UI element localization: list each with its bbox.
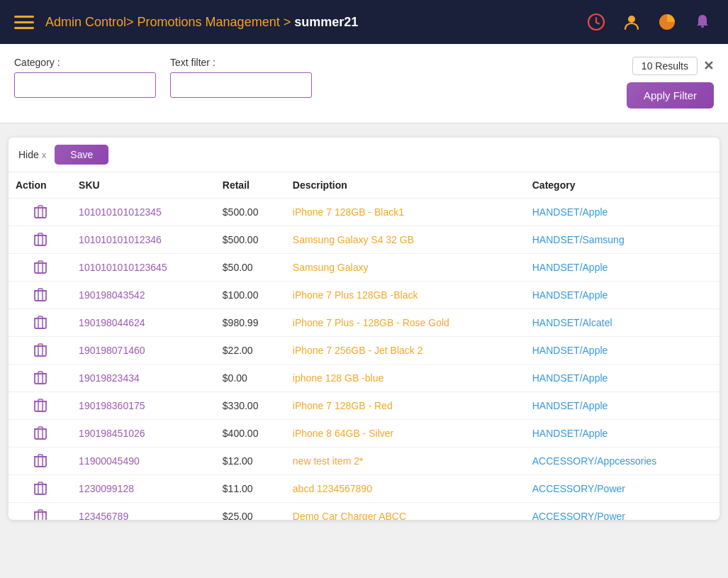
category-link[interactable]: HANDSET/Alcatel <box>532 317 612 328</box>
clock-icon[interactable] <box>585 11 607 33</box>
category-label: Category : <box>14 57 156 68</box>
category-link[interactable]: ACCESSORY/Power <box>532 483 625 494</box>
description-link[interactable]: new test item 2* <box>293 455 364 467</box>
sku-link[interactable]: 190198071460 <box>79 345 145 356</box>
category-cell: ACCESSORY/Power <box>525 475 719 503</box>
category-link[interactable]: ACCESSORY/Appcessories <box>532 455 657 467</box>
category-cell: HANDSET/Apple <box>525 282 719 309</box>
delete-icon[interactable] <box>16 343 65 357</box>
products-table: Action SKU Retail Description Category 1… <box>9 172 719 520</box>
text-filter-input[interactable] <box>170 72 312 98</box>
delete-icon[interactable] <box>16 399 65 413</box>
svg-point-3 <box>628 16 635 23</box>
breadcrumb: Admin Control> Promotions Management > s… <box>45 15 358 30</box>
description-link[interactable]: Samsung Galaxy S4 32 GB <box>293 234 414 245</box>
delete-icon[interactable] <box>16 260 65 274</box>
sku-cell: 1230099128 <box>72 475 215 503</box>
description-cell: iphone 128 GB -blue <box>286 365 525 392</box>
category-link[interactable]: HANDSET/Apple <box>532 262 608 273</box>
retail-cell: $500.00 <box>215 226 286 254</box>
category-link[interactable]: HANDSET/Apple <box>532 400 608 411</box>
description-link[interactable]: iPhone 8 64GB - Silver <box>293 428 393 439</box>
delete-icon[interactable] <box>16 316 65 330</box>
category-link[interactable]: HANDSET/Apple <box>532 372 608 384</box>
svg-rect-37 <box>35 429 46 439</box>
svg-rect-4 <box>701 26 704 28</box>
text-filter-label: Text filter : <box>170 57 312 68</box>
category-input[interactable] <box>14 72 156 98</box>
retail-cell: $400.00 <box>215 420 286 448</box>
delete-icon[interactable] <box>16 205 65 219</box>
description-cell: iPhone 7 Plus - 128GB - Rose Gold <box>286 309 525 337</box>
action-cell <box>9 282 72 309</box>
category-link[interactable]: HANDSET/Apple <box>532 206 608 218</box>
table-header-row: Action SKU Retail Description Category <box>9 172 719 199</box>
table-row: 1010101010123645$50.00Samsung GalaxyHAND… <box>9 254 719 282</box>
sku-link[interactable]: 190198360175 <box>79 400 145 411</box>
filter-close-button[interactable]: ✕ <box>703 60 714 72</box>
col-action: Action <box>9 172 72 199</box>
category-cell: HANDSET/Apple <box>525 365 719 392</box>
category-link[interactable]: ACCESSORY/Power <box>532 511 625 520</box>
sku-link[interactable]: 190198451026 <box>79 428 145 439</box>
description-link[interactable]: iPhone 7 128GB - Red <box>293 400 393 411</box>
delete-icon[interactable] <box>16 371 65 385</box>
delete-icon[interactable] <box>16 482 65 496</box>
sku-link[interactable]: 190198043542 <box>79 289 145 301</box>
delete-icon[interactable] <box>16 426 65 440</box>
table-row: 190198071460$22.00iPhone 7 256GB - Jet B… <box>9 337 719 365</box>
sku-link[interactable]: 1010101010123645 <box>79 262 167 273</box>
bell-icon[interactable] <box>691 11 714 33</box>
description-cell: iPhone 7 Plus 128GB -Black <box>286 282 525 309</box>
apply-filter-button[interactable]: Apply Filter <box>627 82 714 109</box>
table-row: 101010101012345$500.00iPhone 7 128GB - B… <box>9 199 719 226</box>
sku-cell: 101010101012346 <box>72 226 215 254</box>
sku-link[interactable]: 101010101012346 <box>79 234 162 245</box>
description-link[interactable]: Samsung Galaxy <box>293 262 369 273</box>
filter-row: Category : Text filter : 10 Results ✕ Ap… <box>14 57 714 109</box>
text-filter-field: Text filter : <box>170 57 312 98</box>
delete-icon[interactable] <box>16 454 65 468</box>
table-row: 190198451026$400.00iPhone 8 64GB - Silve… <box>9 420 719 448</box>
category-link[interactable]: HANDSET/Apple <box>532 428 608 439</box>
table-wrapper[interactable]: Action SKU Retail Description Category 1… <box>9 172 719 520</box>
pie-chart-icon[interactable] <box>656 11 678 33</box>
save-button[interactable]: Save <box>55 145 108 165</box>
action-cell <box>9 337 72 365</box>
description-link[interactable]: iPhone 7 128GB - Black1 <box>293 206 404 218</box>
hide-label: Hide <box>18 149 39 160</box>
sku-link[interactable]: 19019823434 <box>79 372 140 384</box>
category-filter-field: Category : <box>14 57 156 98</box>
description-link[interactable]: abcd 1234567890 <box>293 483 372 494</box>
description-cell: iPhone 7 128GB - Red <box>286 392 525 420</box>
table-row: 11900045490$12.00new test item 2*ACCESSO… <box>9 448 719 475</box>
sku-link[interactable]: 190198044624 <box>79 317 145 328</box>
breadcrumb-bold: summer21 <box>294 15 358 29</box>
hamburger-menu[interactable] <box>14 16 34 29</box>
filter-right: 10 Results ✕ Apply Filter <box>627 57 714 109</box>
sku-link[interactable]: 123456789 <box>79 511 128 520</box>
retail-cell: $330.00 <box>215 392 286 420</box>
category-link[interactable]: HANDSET/Apple <box>532 345 608 356</box>
sku-link[interactable]: 1230099128 <box>79 483 134 494</box>
delete-icon[interactable] <box>16 233 65 247</box>
hide-button[interactable]: Hide x <box>18 149 46 160</box>
sku-link[interactable]: 11900045490 <box>79 455 140 467</box>
category-cell: HANDSET/Apple <box>525 199 719 226</box>
user-icon[interactable] <box>620 11 643 33</box>
delete-icon[interactable] <box>16 509 65 520</box>
category-link[interactable]: HANDSET/Samsung <box>532 234 625 245</box>
delete-icon[interactable] <box>16 288 65 302</box>
svg-rect-33 <box>35 401 46 411</box>
description-link[interactable]: Demo Car Charger ABCC <box>293 511 406 520</box>
sku-link[interactable]: 101010101012345 <box>79 206 162 218</box>
category-cell: HANDSET/Apple <box>525 420 719 448</box>
description-link[interactable]: iPhone 7 256GB - Jet Black 2 <box>293 345 423 356</box>
category-link[interactable]: HANDSET/Apple <box>532 289 608 301</box>
action-cell <box>9 309 72 337</box>
description-link[interactable]: iphone 128 GB -blue <box>293 372 383 384</box>
description-link[interactable]: iPhone 7 Plus - 128GB - Rose Gold <box>293 317 449 328</box>
category-cell: HANDSET/Apple <box>525 254 719 282</box>
sku-cell: 1010101010123645 <box>72 254 215 282</box>
description-link[interactable]: iPhone 7 Plus 128GB -Black <box>293 289 418 301</box>
